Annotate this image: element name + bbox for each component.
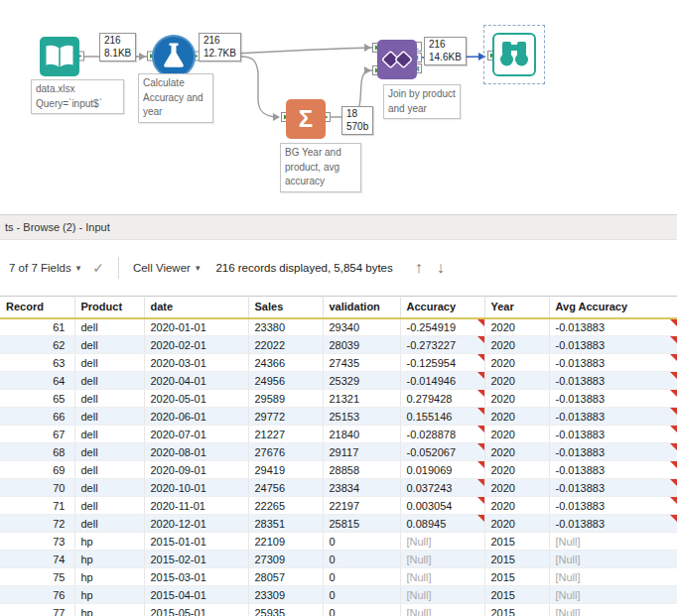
cell-product[interactable]: dell (74, 515, 144, 533)
cell-sales[interactable]: 29589 (248, 390, 323, 408)
cell-sales[interactable]: 28057 (248, 568, 323, 586)
cell-sales[interactable]: 29419 (248, 461, 323, 479)
cell-avg-accuracy[interactable]: [Null] (549, 604, 677, 616)
table-row[interactable]: 62dell2020-02-012202228039-0.2732272020-… (0, 336, 677, 354)
cell-accuracy[interactable]: [Null] (400, 551, 484, 568)
table-row[interactable]: 76hp2015-04-01233090[Null]2015[Null] (0, 586, 677, 604)
cell-product[interactable]: dell (74, 443, 144, 461)
cell-validation[interactable]: 22197 (323, 497, 400, 515)
cell-record[interactable]: 76 (0, 586, 74, 604)
table-row[interactable]: 61dell2020-01-012338029340-0.2549192020-… (0, 318, 677, 336)
cell-product[interactable]: dell (74, 390, 144, 408)
cell-year[interactable]: 2020 (484, 497, 549, 515)
cell-date[interactable]: 2020-03-01 (144, 354, 248, 372)
cell-accuracy[interactable]: -0.125954 (400, 354, 484, 372)
cell-sales[interactable]: 25935 (248, 604, 323, 616)
cell-year[interactable]: 2015 (484, 568, 549, 586)
cell-record[interactable]: 71 (0, 497, 74, 515)
cell-sales[interactable]: 24756 (248, 479, 323, 497)
cell-accuracy[interactable]: 0.003054 (400, 497, 484, 515)
cell-product[interactable]: hp (74, 533, 144, 551)
tool-caption-formula[interactable]: Calculate Accuracy and year (138, 73, 213, 123)
cell-accuracy[interactable]: 0.279428 (400, 390, 484, 408)
table-row[interactable]: 65dell2020-05-0129589213210.2794282020-0… (0, 390, 677, 408)
column-header-validation[interactable]: validation (323, 297, 400, 318)
cell-validation[interactable]: 23834 (323, 479, 400, 497)
column-header-year[interactable]: Year (484, 297, 549, 318)
cell-record[interactable]: 62 (0, 336, 74, 354)
column-header-avg-accuracy[interactable]: Avg Accuracy (549, 297, 677, 318)
table-row[interactable]: 69dell2020-09-0129419288580.0190692020-0… (0, 461, 677, 479)
table-row[interactable]: 77hp2015-05-01259350[Null]2015[Null] (0, 604, 677, 616)
cell-year[interactable]: 2015 (484, 586, 549, 604)
cell-accuracy[interactable]: 0.08945 (400, 515, 484, 533)
cell-date[interactable]: 2015-05-01 (144, 604, 248, 616)
formula-tool[interactable] (152, 35, 196, 78)
cell-date[interactable]: 2015-03-01 (144, 568, 248, 586)
cell-avg-accuracy[interactable]: [Null] (549, 586, 677, 604)
cell-year[interactable]: 2020 (484, 390, 549, 408)
cell-product[interactable]: dell (74, 461, 144, 479)
cell-year[interactable]: 2020 (484, 372, 549, 390)
cell-avg-accuracy[interactable]: -0.013883 (549, 479, 677, 497)
cell-viewer-dropdown[interactable]: Cell Viewer ▾ (133, 262, 200, 274)
cell-avg-accuracy[interactable]: [Null] (549, 551, 677, 568)
cell-date[interactable]: 2020-01-01 (144, 318, 248, 336)
input-data-tool[interactable] (40, 37, 79, 76)
cell-sales[interactable]: 22109 (248, 533, 323, 551)
cell-validation[interactable]: 29340 (323, 318, 400, 336)
cell-year[interactable]: 2015 (484, 604, 549, 616)
cell-avg-accuracy[interactable]: -0.013883 (549, 318, 677, 336)
cell-date[interactable]: 2020-10-01 (144, 479, 248, 497)
connection-annotation-input[interactable]: 216 8.1KB (99, 33, 136, 62)
cell-accuracy[interactable]: -0.014946 (400, 372, 484, 390)
cell-record[interactable]: 63 (0, 354, 74, 372)
cell-accuracy[interactable]: 0.037243 (400, 479, 484, 497)
cell-validation[interactable]: 25815 (323, 515, 400, 533)
cell-validation[interactable]: 28858 (323, 461, 400, 479)
table-row[interactable]: 66dell2020-06-0129772251530.1551462020-0… (0, 408, 677, 426)
cell-accuracy[interactable]: [Null] (400, 568, 484, 586)
table-row[interactable]: 73hp2015-01-01221090[Null]2015[Null] (0, 533, 677, 551)
cell-accuracy[interactable]: [Null] (400, 533, 484, 551)
cell-sales[interactable]: 22022 (248, 336, 323, 354)
cell-product[interactable]: dell (74, 408, 144, 426)
cell-avg-accuracy[interactable]: -0.013883 (549, 497, 677, 515)
cell-year[interactable]: 2015 (484, 533, 549, 551)
table-row[interactable]: 70dell2020-10-0124756238340.0372432020-0… (0, 479, 677, 497)
cell-date[interactable]: 2020-02-01 (144, 336, 248, 354)
cell-year[interactable]: 2020 (484, 515, 549, 533)
column-header-date[interactable]: date (144, 297, 248, 318)
cell-product[interactable]: hp (74, 568, 144, 586)
cell-record[interactable]: 75 (0, 568, 74, 586)
column-header-record[interactable]: Record (0, 297, 74, 318)
cell-date[interactable]: 2015-02-01 (144, 551, 248, 568)
cell-validation[interactable]: 21840 (323, 426, 400, 443)
cell-year[interactable]: 2020 (484, 354, 549, 372)
cell-accuracy[interactable]: -0.052067 (400, 443, 484, 461)
cell-avg-accuracy[interactable]: -0.013883 (549, 461, 677, 479)
cell-record[interactable]: 66 (0, 408, 74, 426)
tool-caption-summarize[interactable]: BG Year and product, avg accuracy (280, 143, 361, 192)
cell-record[interactable]: 67 (0, 426, 74, 443)
table-row[interactable]: 72dell2020-12-0128351258150.089452020-0.… (0, 515, 677, 533)
cell-year[interactable]: 2020 (484, 443, 549, 461)
tool-caption-input[interactable]: data.xlsx Query=`input$` (31, 79, 124, 114)
cell-validation[interactable]: 0 (323, 604, 400, 616)
cell-validation[interactable]: 25153 (323, 408, 400, 426)
cell-validation[interactable]: 21321 (323, 390, 400, 408)
cell-sales[interactable]: 23380 (248, 318, 323, 336)
cell-product[interactable]: dell (74, 426, 144, 443)
table-row[interactable]: 71dell2020-11-0122265221970.0030542020-0… (0, 497, 677, 515)
cell-year[interactable]: 2015 (484, 551, 549, 568)
browse-tool[interactable] (492, 33, 536, 76)
cell-product[interactable]: dell (74, 479, 144, 497)
table-row[interactable]: 63dell2020-03-012436627435-0.1259542020-… (0, 354, 677, 372)
cell-accuracy[interactable]: [Null] (400, 604, 484, 616)
cell-date[interactable]: 2020-07-01 (144, 426, 248, 443)
cell-year[interactable]: 2020 (484, 408, 549, 426)
cell-year[interactable]: 2020 (484, 336, 549, 354)
cell-product[interactable]: dell (74, 318, 144, 336)
cell-year[interactable]: 2020 (484, 426, 549, 443)
connection-annotation-summarize[interactable]: 18 570b (341, 106, 373, 135)
